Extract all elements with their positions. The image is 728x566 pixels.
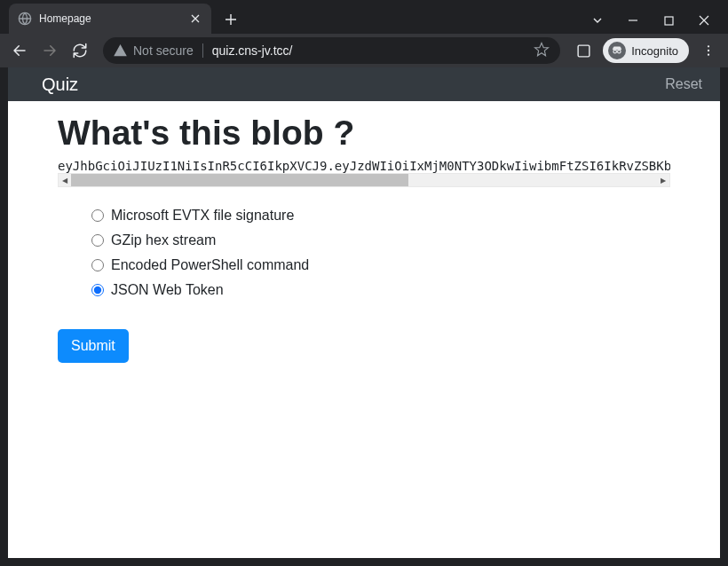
url-text: quiz.cns-jv.tcc/ [212, 43, 526, 58]
option-2[interactable]: Encoded PowerShell command [91, 257, 670, 273]
scroll-thumb[interactable] [71, 174, 408, 186]
svg-rect-2 [578, 45, 590, 57]
svg-rect-1 [665, 17, 673, 25]
question-title: What's this blob ? [58, 114, 670, 153]
blob-text: eyJhbGciOiJIUzI1NiIsInR5cCI6IkpXVCJ9.eyJ… [58, 159, 670, 173]
extensions-icon[interactable] [571, 38, 596, 63]
bookmark-star-icon[interactable] [534, 42, 550, 60]
scroll-left-icon[interactable]: ◀ [59, 174, 71, 186]
window-titlebar: Homepage [0, 0, 728, 34]
new-tab-button[interactable] [218, 7, 243, 32]
forward-button[interactable] [37, 38, 62, 63]
list-item: JSON Web Token [109, 278, 670, 303]
address-bar[interactable]: Not secure quiz.cns-jv.tcc/ [103, 37, 560, 64]
globe-icon [18, 12, 32, 26]
option-1[interactable]: GZip hex stream [91, 232, 670, 248]
tab-strip: Homepage [0, 0, 243, 34]
quiz-content: What's this blob ? eyJhbGciOiJIUzI1NiIsI… [8, 101, 720, 375]
tab-title: Homepage [39, 12, 181, 25]
browser-toolbar: Not secure quiz.cns-jv.tcc/ Incognito [0, 34, 728, 67]
incognito-label: Incognito [631, 44, 678, 58]
radio-option-0[interactable] [91, 209, 104, 222]
option-3[interactable]: JSON Web Token [91, 282, 670, 298]
list-item: GZip hex stream [109, 228, 670, 253]
svg-point-5 [708, 45, 709, 47]
menu-button[interactable] [696, 38, 721, 63]
option-label-3: JSON Web Token [111, 282, 224, 298]
reset-link[interactable]: Reset [665, 76, 702, 92]
browser-tab[interactable]: Homepage [9, 4, 211, 34]
radio-option-2[interactable] [91, 259, 104, 271]
security-label: Not secure [133, 43, 194, 58]
minimize-button[interactable] [625, 12, 641, 28]
close-window-button[interactable] [696, 12, 712, 28]
incognito-icon [608, 42, 626, 59]
options-list: Microsoft EVTX file signature GZip hex s… [58, 203, 670, 303]
list-item: Encoded PowerShell command [109, 253, 670, 278]
reload-button[interactable] [67, 38, 92, 63]
horizontal-scrollbar[interactable]: ◀ ▶ [58, 173, 670, 187]
back-button[interactable] [7, 38, 32, 63]
list-item: Microsoft EVTX file signature [109, 203, 670, 228]
page-navbar: Quiz Reset [8, 67, 720, 101]
warning-icon [114, 44, 127, 58]
option-label-1: GZip hex stream [111, 232, 216, 248]
brand-title[interactable]: Quiz [42, 75, 78, 95]
radio-option-1[interactable] [91, 234, 104, 247]
omnibox-divider [202, 43, 203, 58]
scroll-right-icon[interactable]: ▶ [657, 174, 669, 186]
security-indicator[interactable]: Not secure [114, 43, 194, 58]
radio-option-3[interactable] [91, 284, 104, 296]
svg-point-4 [618, 50, 621, 53]
svg-point-3 [613, 50, 617, 53]
close-icon[interactable] [188, 12, 202, 26]
toolbar-right: Incognito [571, 38, 721, 63]
incognito-badge[interactable]: Incognito [603, 38, 689, 63]
svg-point-6 [708, 50, 709, 51]
window-controls [590, 0, 728, 28]
svg-point-7 [708, 54, 709, 56]
maximize-button[interactable] [661, 12, 677, 28]
submit-button[interactable]: Submit [58, 329, 129, 363]
page-viewport: Quiz Reset What's this blob ? eyJhbGciOi… [8, 67, 720, 558]
option-0[interactable]: Microsoft EVTX file signature [91, 208, 670, 224]
option-label-2: Encoded PowerShell command [111, 257, 309, 273]
chevron-down-icon[interactable] [590, 12, 605, 28]
option-label-0: Microsoft EVTX file signature [111, 208, 294, 224]
